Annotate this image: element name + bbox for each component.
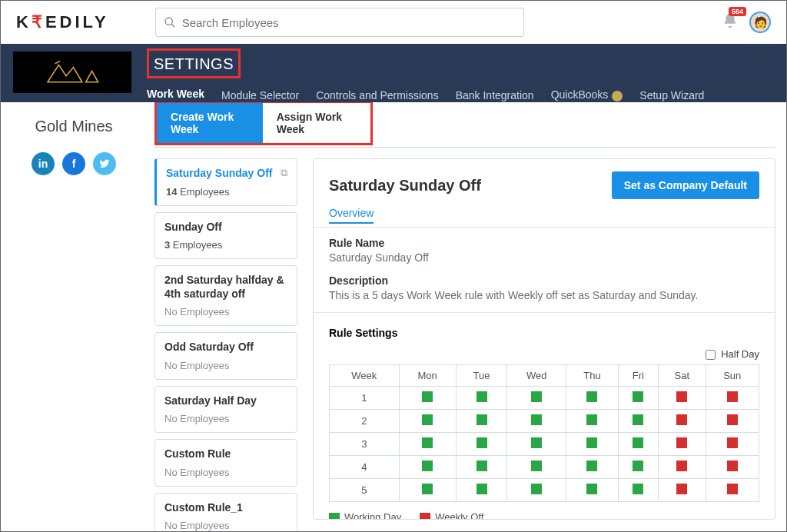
day-cell[interactable] [659, 387, 706, 410]
create-work-week-tab[interactable]: Create Work Week [157, 103, 263, 143]
search-box[interactable] [155, 8, 524, 37]
workweek-sub-tabs: Create Work Week Assign Work Week [154, 102, 373, 145]
nav-tab-quickbooks[interactable]: QuickBooks [551, 82, 623, 107]
rule-card-meta: No Employees [164, 467, 287, 478]
day-cell[interactable] [566, 387, 619, 410]
day-cell[interactable] [566, 456, 619, 479]
legend-working: Working Day [344, 511, 401, 520]
day-cell[interactable] [706, 479, 759, 502]
rule-card[interactable]: 2nd Saturday halfday & 4th saturday offN… [154, 265, 297, 326]
day-status-icon [586, 391, 597, 402]
rule-title: Saturday Sunday Off [329, 177, 481, 195]
notification-badge: 584 [729, 7, 746, 16]
day-cell[interactable] [659, 456, 706, 479]
week-header: Tue [456, 365, 507, 387]
nav-tab-bank-integration[interactable]: Bank Integration [456, 83, 534, 108]
assign-work-week-tab[interactable]: Assign Work Week [263, 103, 370, 143]
day-status-icon [633, 461, 643, 471]
rule-card[interactable]: Custom Rule_1No Employees [154, 493, 297, 532]
day-cell[interactable] [456, 410, 507, 433]
day-status-icon [422, 437, 433, 448]
copy-icon[interactable]: ⧉ [281, 167, 287, 179]
day-cell[interactable] [618, 479, 658, 502]
day-cell[interactable] [706, 433, 759, 456]
day-cell[interactable] [507, 387, 566, 410]
set-company-default-button[interactable]: Set as Company Default [612, 171, 759, 199]
day-cell[interactable] [706, 456, 759, 479]
facebook-button[interactable]: f [62, 152, 85, 175]
app-logo: K₹EDILY [16, 12, 109, 32]
day-status-icon [586, 437, 597, 448]
week-header: Sat [659, 365, 706, 387]
day-status-icon [422, 391, 433, 402]
rule-card[interactable]: Sunday Off3 Employees [154, 212, 297, 260]
company-logo [13, 52, 131, 93]
user-avatar[interactable]: 🧑 [749, 12, 771, 33]
day-cell[interactable] [566, 433, 619, 456]
rule-card-meta: 3 Employees [164, 239, 287, 251]
logo-accent: ₹ [32, 12, 45, 32]
day-cell[interactable] [399, 479, 456, 502]
rule-card-title: Saturday Sunday Off [166, 167, 287, 181]
day-cell[interactable] [456, 433, 507, 456]
linkedin-button[interactable]: in [32, 152, 55, 175]
day-cell[interactable] [399, 410, 456, 433]
day-cell[interactable] [706, 387, 759, 410]
day-cell[interactable] [706, 410, 759, 433]
week-row: 1 [330, 387, 759, 410]
rule-card[interactable]: Custom RuleNo Employees [154, 439, 297, 487]
logo-text-post: EDILY [45, 12, 109, 32]
day-status-icon [531, 437, 542, 448]
week-header: Mon [399, 365, 456, 387]
working-day-swatch [329, 513, 340, 520]
rule-card-meta: 14 Employees [166, 186, 287, 198]
rule-card[interactable]: Odd Saturday OffNo Employees [154, 332, 297, 380]
week-number: 4 [330, 456, 400, 479]
rule-card[interactable]: ⧉Saturday Sunday Off14 Employees [154, 158, 297, 206]
nav-tab-setup-wizard[interactable]: Setup Wizard [639, 83, 704, 108]
day-cell[interactable] [507, 410, 566, 433]
day-cell[interactable] [618, 387, 658, 410]
day-cell[interactable] [566, 410, 619, 433]
day-cell[interactable] [618, 456, 658, 479]
notifications-button[interactable]: 584 [722, 12, 739, 32]
day-cell[interactable] [399, 387, 456, 410]
day-status-icon [727, 437, 738, 448]
day-cell[interactable] [659, 479, 706, 502]
day-cell[interactable] [659, 410, 706, 433]
week-header: Week [330, 365, 400, 387]
day-status-icon [477, 391, 487, 402]
day-cell[interactable] [456, 387, 507, 410]
week-header: Wed [507, 365, 566, 387]
half-day-checkbox[interactable] [706, 350, 716, 360]
search-input[interactable] [182, 16, 516, 29]
overview-tab[interactable]: Overview [329, 207, 374, 224]
rule-card[interactable]: Saturday Half DayNo Employees [154, 386, 297, 434]
week-number: 3 [330, 433, 400, 456]
twitter-icon [99, 158, 110, 169]
day-status-icon [531, 414, 542, 425]
day-cell[interactable] [399, 433, 456, 456]
week-header: Fri [618, 365, 658, 387]
day-status-icon [676, 391, 687, 402]
rule-settings-label: Rule Settings [329, 327, 759, 339]
day-status-icon [477, 437, 487, 448]
half-day-label: Half Day [721, 348, 759, 360]
day-cell[interactable] [399, 456, 456, 479]
rule-card-title: Custom Rule [164, 447, 287, 461]
day-cell[interactable] [507, 433, 566, 456]
day-cell[interactable] [507, 479, 566, 502]
logo-text-pre: K [16, 12, 32, 32]
day-status-icon [633, 437, 643, 448]
day-cell[interactable] [618, 410, 658, 433]
weekly-off-swatch [420, 513, 430, 520]
day-status-icon [633, 484, 643, 494]
day-cell[interactable] [618, 433, 658, 456]
week-row: 2 [330, 410, 759, 433]
day-cell[interactable] [566, 479, 619, 502]
twitter-button[interactable] [93, 152, 116, 175]
day-cell[interactable] [456, 479, 507, 502]
day-cell[interactable] [659, 433, 706, 456]
day-cell[interactable] [507, 456, 566, 479]
day-cell[interactable] [456, 456, 507, 479]
